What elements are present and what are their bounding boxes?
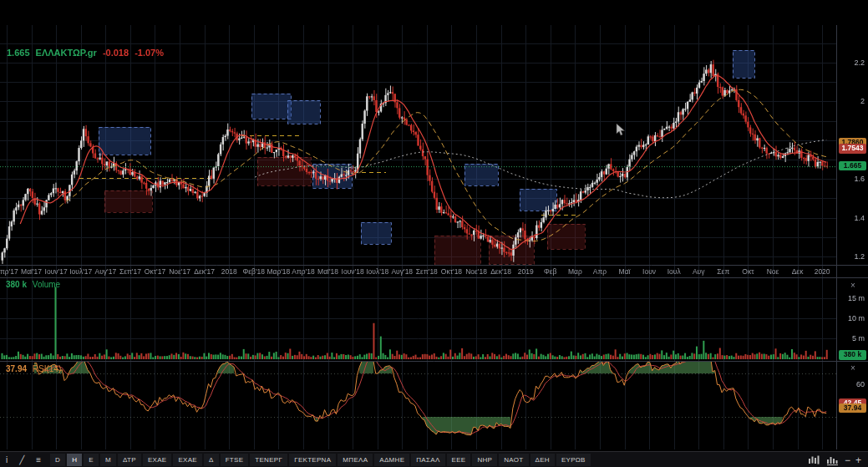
price-axis-tick: 1.6	[838, 175, 865, 183]
time-axis-label: Φεβ'18	[243, 267, 266, 276]
time-axis-label: Σεπ'18	[416, 267, 438, 276]
time-axis-label: Νοε'17	[169, 267, 190, 276]
price-change-pct: -1.07%	[135, 48, 164, 58]
toolbar-button-ΑΔΜΗΕ[interactable]: ΑΔΜΗΕ	[374, 454, 409, 466]
time-axis-label: Μαρ'18	[266, 267, 290, 276]
toolbar-button-ΝΑΟΤ[interactable]: ΝΑΟΤ	[499, 454, 528, 466]
price-axis-tick: 2	[838, 97, 865, 105]
volume-axis-tick: 10 m	[838, 314, 865, 322]
toolbar-button-FTSE[interactable]: FTSE	[221, 454, 249, 466]
toolbar-button-ΕΧΑΕ[interactable]: ΕΧΑΕ	[173, 454, 202, 466]
last-price: 1.665	[7, 48, 30, 58]
time-axis-label: Σεπ	[717, 267, 729, 276]
time-axis-label: Απρ'18	[292, 267, 314, 276]
toolbar-button-ΜΠΕΛΑ[interactable]: ΜΠΕΛΑ	[338, 454, 373, 466]
volume-axis-tick: 15 m	[838, 294, 865, 302]
volume-name: Volume	[33, 280, 60, 289]
toolbar-button-ΔΕΗ[interactable]: ΔΕΗ	[530, 454, 555, 466]
rsi-pane-label: 37.94 RSI(14)	[6, 364, 61, 373]
time-axis-label: Δεκ'18	[490, 267, 511, 276]
toolbar-button-ΕΥΡΩΒ[interactable]: ΕΥΡΩΒ	[556, 454, 591, 466]
rsi-axis-tick: 60	[838, 380, 865, 388]
volume-pane-close-icon[interactable]: ×	[850, 282, 855, 290]
price-change: -0.018	[103, 48, 129, 58]
toolbar-button-ΤΕΝΕΡΓ[interactable]: ΤΕΝΕΡΓ	[250, 454, 287, 466]
time-axis-label: Νοε'18	[465, 267, 487, 276]
bottom-toolbar: i ╱ ≡ DHEMΔΤΡΕΧΑΕΕΧΑΕΔFTSEΤΕΝΕΡΓΓΕΚΤΕΡΝΑ…	[0, 451, 868, 467]
time-axis-label: Μαϊ'17	[21, 267, 42, 276]
time-axis-label: Οκτ	[742, 267, 754, 276]
candles-preview-icon[interactable]	[808, 455, 821, 465]
toolbar-button-ΕΧΑΕ[interactable]: ΕΧΑΕ	[143, 454, 172, 466]
toolbar-button-ΝΗΡ[interactable]: ΝΗΡ	[472, 454, 497, 466]
symbol-header[interactable]: 1.665 ΕΛΛΑΚΤΩΡ.gr -0.018 -1.07%	[7, 48, 164, 58]
rsi-name: RSI(14)	[33, 364, 61, 373]
rsi-pane-close-icon[interactable]: ×	[850, 364, 855, 373]
toolbar-button-M[interactable]: M	[100, 454, 116, 466]
volume-badge: 380 k	[839, 350, 866, 359]
time-axis-label: Ιουν'17	[45, 267, 68, 276]
time-axis-label: Μαϊ	[619, 267, 631, 276]
time-axis-label: Αυγ'17	[94, 267, 116, 276]
time-axis-label: Ιουλ	[667, 267, 681, 276]
trading-app: 1.665 ΕΛΛΑΚΤΩΡ.gr -0.018 -1.07% 380 k Vo…	[0, 0, 868, 467]
toolbar-button-ΓΕΚΤΕΡΝΑ[interactable]: ΓΕΚΤΕΡΝΑ	[289, 454, 336, 466]
main-chart-canvas[interactable]	[0, 0, 868, 467]
time-axis-label: Ιουλ'17	[69, 267, 92, 276]
toolbar-button-ΔΤΡ[interactable]: ΔΤΡ	[118, 454, 141, 466]
zoom-in-icon[interactable]: +	[855, 455, 861, 465]
volume-histogram-icon[interactable]	[826, 455, 840, 465]
price-axis-tick: 2.2	[838, 58, 865, 67]
time-axis-label: Απρ'17	[0, 267, 18, 276]
toolbar-button-D[interactable]: D	[50, 454, 65, 466]
info-icon[interactable]: i	[0, 454, 13, 466]
toolbar-right-icons: − +	[808, 455, 868, 465]
draw-line-icon[interactable]: ╱	[13, 454, 30, 466]
time-axis-label: Φεβ	[544, 267, 556, 276]
watchlist-icon[interactable]: ≡	[30, 454, 47, 466]
volume-pane-label: 380 k Volume	[6, 280, 60, 289]
time-axis-label: Δεκ'17	[194, 267, 215, 276]
time-axis-label: Απρ	[593, 267, 607, 276]
time-axis-label: Νοε	[767, 267, 779, 276]
time-axis-label: Μαρ	[568, 267, 582, 276]
time-axis-label: Ιουν	[642, 267, 656, 276]
time-axis-label: Αυγ	[693, 267, 705, 276]
time-axis-label: Οκτ'17	[145, 267, 165, 276]
time-axis-label: Αυγ'18	[391, 267, 413, 276]
symbol-name: ΕΛΛΑΚΤΩΡ.gr	[36, 48, 97, 58]
volume-value: 380 k	[6, 280, 27, 289]
time-axis-label: Ιουν'18	[342, 267, 364, 276]
price-badge: 1.665	[839, 161, 866, 170]
time-axis-label: Δεκ	[792, 267, 804, 276]
rsi-value: 37.94	[6, 364, 27, 373]
toolbar-button-E[interactable]: E	[84, 454, 99, 466]
time-axis-label: 2020	[815, 267, 830, 276]
toolbar-button-ΕΕΕ[interactable]: ΕΕΕ	[447, 454, 471, 466]
time-axis-label: 2019	[518, 267, 534, 276]
toolbar-button-ΠΑΣΑΛ[interactable]: ΠΑΣΑΛ	[411, 454, 444, 466]
symbol-tabs: DHEMΔΤΡΕΧΑΕΕΧΑΕΔFTSEΤΕΝΕΡΓΓΕΚΤΕΡΝΑΜΠΕΛΑΑ…	[50, 454, 591, 466]
time-axis-label: Σεπ'17	[119, 267, 141, 276]
toolbar-button-H[interactable]: H	[67, 454, 82, 466]
time-axis-label: Ιουλ'18	[366, 267, 388, 276]
price-axis-tick: 1.2	[838, 252, 865, 261]
rsi-badge: 37.94	[839, 404, 866, 413]
price-axis-tick: 1.4	[838, 214, 865, 222]
zoom-out-icon[interactable]: −	[845, 455, 850, 465]
time-axis-label: Μαϊ'18	[317, 267, 338, 276]
mouse-pointer-icon	[616, 124, 626, 136]
time-axis-label: 2018	[221, 267, 237, 276]
time-axis-label: Οκτ'18	[441, 267, 462, 276]
volume-axis-tick: 5 m	[838, 334, 865, 343]
toolbar-button-Δ[interactable]: Δ	[204, 454, 219, 466]
price-badge: 1.7543	[839, 144, 866, 153]
